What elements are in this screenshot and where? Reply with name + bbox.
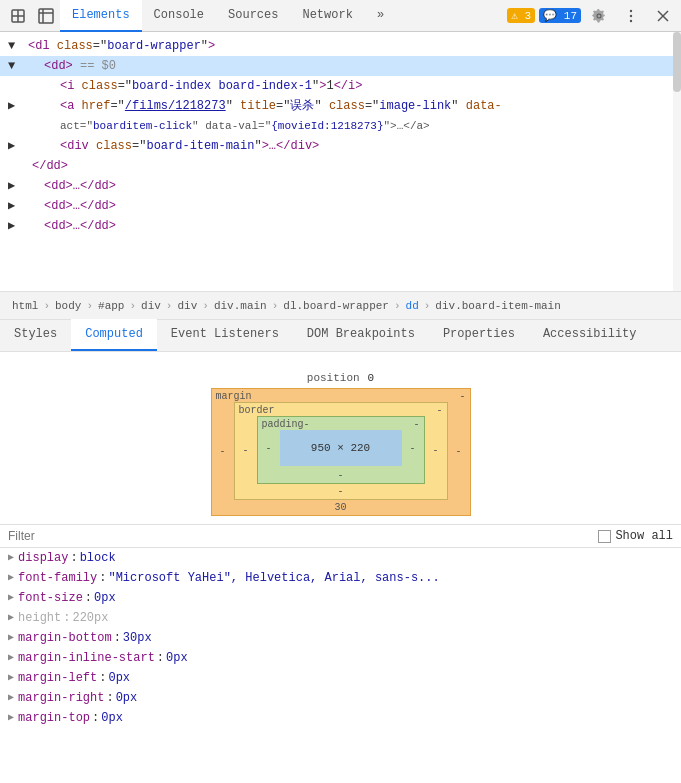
breadcrumb-app[interactable]: #app bbox=[94, 298, 128, 314]
breadcrumb-html[interactable]: html bbox=[8, 298, 42, 314]
expand-arrow[interactable]: ▶ bbox=[8, 177, 20, 195]
devtools-tab-bar: Elements Console Sources Network » ⚠ 3 💬… bbox=[0, 0, 681, 32]
breadcrumb-divmain[interactable]: div.main bbox=[210, 298, 271, 314]
breadcrumb-divboard[interactable]: div.board-item-main bbox=[431, 298, 564, 314]
expand-arrow[interactable]: ▶ bbox=[8, 589, 14, 607]
box-model-area: position 0 margin - - border - bbox=[0, 352, 681, 525]
dom-line[interactable]: ▶ <dd>…</dd> bbox=[0, 216, 681, 236]
dom-line[interactable]: ▶ <dd>…</dd> bbox=[0, 176, 681, 196]
expand-arrow[interactable]: ▶ bbox=[8, 609, 14, 627]
css-property-display[interactable]: ▶ display : block bbox=[0, 548, 681, 568]
svg-point-7 bbox=[630, 14, 632, 16]
tab-sources[interactable]: Sources bbox=[216, 0, 290, 32]
expand-arrow[interactable]: ▶ bbox=[8, 549, 14, 567]
dom-line[interactable]: <i class="board-index board-index-1" > 1… bbox=[0, 76, 681, 96]
tab-accessibility[interactable]: Accessibility bbox=[529, 319, 651, 351]
css-property-margin-right[interactable]: ▶ margin-right : 0px bbox=[0, 688, 681, 708]
expand-arrow[interactable]: ▶ bbox=[8, 649, 14, 667]
show-all-checkbox[interactable] bbox=[598, 530, 611, 543]
expand-arrow[interactable]: ▼ bbox=[8, 57, 20, 75]
dom-scrollbar[interactable] bbox=[673, 32, 681, 291]
dom-tree: ▼ <dl class="board-wrapper" > ▼ <dd> == … bbox=[0, 32, 681, 240]
breadcrumb-dl[interactable]: dl.board-wrapper bbox=[279, 298, 393, 314]
tab-more[interactable]: » bbox=[365, 0, 396, 32]
expand-arrow[interactable]: ▶ bbox=[8, 217, 20, 235]
expand-arrow[interactable]: ▶ bbox=[8, 689, 14, 707]
dom-panel: ▼ <dl class="board-wrapper" > ▼ <dd> == … bbox=[0, 32, 681, 292]
breadcrumb-dd[interactable]: dd bbox=[402, 298, 423, 314]
breadcrumb-div2[interactable]: div bbox=[173, 298, 201, 314]
padding-box: padding- - - 950 × 220 - bbox=[257, 416, 425, 484]
position-label: position bbox=[307, 372, 360, 384]
tab-event-listeners[interactable]: Event Listeners bbox=[157, 319, 293, 351]
css-property-margin-bottom[interactable]: ▶ margin-bottom : 30px bbox=[0, 628, 681, 648]
css-property-font-family[interactable]: ▶ font-family : "Microsoft YaHei", Helve… bbox=[0, 568, 681, 588]
more-options-icon[interactable] bbox=[617, 0, 645, 32]
expand-arrow[interactable]: ▼ bbox=[8, 37, 20, 55]
expand-arrow[interactable]: ▶ bbox=[8, 569, 14, 587]
margin-box: margin - - border - - bbox=[211, 388, 471, 516]
tab-console[interactable]: Console bbox=[142, 0, 216, 32]
expand-arrow[interactable]: ▶ bbox=[8, 197, 20, 215]
css-property-margin-top[interactable]: ▶ margin-top : 0px bbox=[0, 708, 681, 728]
breadcrumb: html › body › #app › div › div › div.mai… bbox=[0, 292, 681, 320]
dom-line: act="boarditem-click" data-val="{movieId… bbox=[0, 116, 681, 136]
svg-rect-3 bbox=[39, 9, 53, 23]
dom-line-selected[interactable]: ▼ <dd> == $0 bbox=[0, 56, 681, 76]
expand-arrow[interactable]: ▶ bbox=[8, 629, 14, 647]
warning-badge: ⚠ 3 bbox=[507, 8, 535, 23]
position-row: position 0 bbox=[211, 368, 471, 384]
show-all-container[interactable]: Show all bbox=[598, 529, 673, 543]
show-all-label: Show all bbox=[615, 529, 673, 543]
dom-line[interactable]: ▶ <a href="/films/1218273" title="误杀" cl… bbox=[0, 96, 681, 116]
padding-middle-row: - 950 × 220 - bbox=[258, 430, 424, 468]
dom-line[interactable]: ▼ <dl class="board-wrapper" > bbox=[0, 36, 681, 56]
dom-line[interactable]: ▶ <dd>…</dd> bbox=[0, 196, 681, 216]
expand-arrow[interactable]: ▶ bbox=[8, 709, 14, 727]
pointer-icon[interactable] bbox=[4, 0, 32, 32]
tab-dom-breakpoints[interactable]: DOM Breakpoints bbox=[293, 319, 429, 351]
breadcrumb-div1[interactable]: div bbox=[137, 298, 165, 314]
box-model: position 0 margin - - border - bbox=[211, 368, 471, 516]
dom-line[interactable]: </dd> bbox=[0, 156, 681, 176]
css-property-margin-inline-start[interactable]: ▶ margin-inline-start : 0px bbox=[0, 648, 681, 668]
position-value: 0 bbox=[368, 372, 375, 384]
tab-styles[interactable]: Styles bbox=[0, 319, 71, 351]
tab-computed[interactable]: Computed bbox=[71, 319, 157, 351]
svg-point-6 bbox=[630, 9, 632, 11]
panel-tab-bar: Styles Computed Event Listeners DOM Brea… bbox=[0, 320, 681, 352]
settings-icon[interactable] bbox=[585, 0, 613, 32]
inspect-icon[interactable] bbox=[32, 0, 60, 32]
tab-elements[interactable]: Elements bbox=[60, 0, 142, 32]
toolbar-right: ⚠ 3 💬 17 bbox=[507, 0, 677, 32]
margin-middle-row: - border - - padding- bbox=[212, 402, 470, 500]
dom-line[interactable]: ▶ <div class="board-item-main" >…</div> bbox=[0, 136, 681, 156]
computed-panel: position 0 margin - - border - bbox=[0, 352, 681, 783]
tab-network[interactable]: Network bbox=[290, 0, 364, 32]
close-icon[interactable] bbox=[649, 0, 677, 32]
expand-arrow[interactable]: ▶ bbox=[8, 669, 14, 687]
border-middle-row: - padding- - - bbox=[235, 416, 447, 484]
breadcrumb-body[interactable]: body bbox=[51, 298, 85, 314]
svg-point-8 bbox=[630, 19, 632, 21]
css-property-margin-left[interactable]: ▶ margin-left : 0px bbox=[0, 668, 681, 688]
message-badge: 💬 17 bbox=[539, 8, 581, 23]
filter-input[interactable] bbox=[8, 529, 590, 543]
tab-properties[interactable]: Properties bbox=[429, 319, 529, 351]
content-box: 950 × 220 bbox=[280, 430, 402, 466]
expand-arrow[interactable]: ▶ bbox=[8, 137, 20, 155]
css-property-font-size[interactable]: ▶ font-size : 0px bbox=[0, 588, 681, 608]
border-box: border - - padding- - bbox=[234, 402, 448, 500]
dom-scrollbar-thumb[interactable] bbox=[673, 32, 681, 92]
css-property-height[interactable]: ▶ height : 220px bbox=[0, 608, 681, 628]
css-properties-list: ▶ display : block ▶ font-family : "Micro… bbox=[0, 548, 681, 783]
filter-bar: Show all bbox=[0, 525, 681, 548]
expand-arrow[interactable]: ▶ bbox=[8, 97, 20, 115]
